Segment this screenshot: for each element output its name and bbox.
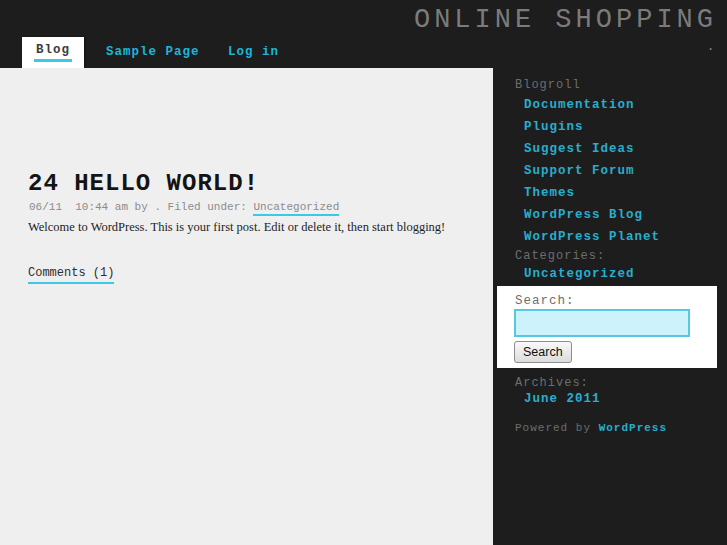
category-link-uncategorized[interactable]: Uncategorized [524,267,635,281]
list-item: WordPress Blog [524,205,660,227]
powered-by-text: Powered by [515,422,599,434]
blogroll-list: Documentation Plugins Suggest Ideas Supp… [524,95,660,249]
list-item: Support Forum [524,161,660,183]
search-label: Search: [515,294,575,308]
wordpress-blog-page: ONLINE SHOPPING . Blog Sample Page Log i… [0,0,727,545]
archive-link-june-2011[interactable]: June 2011 [524,392,601,406]
nav-tab-blog[interactable]: Blog [22,37,84,68]
sidebar: Blogroll Documentation Plugins Suggest I… [493,68,727,545]
blogroll-link-themes[interactable]: Themes [524,186,575,200]
blogroll-heading: Blogroll [515,78,581,92]
nav-link-log-in[interactable]: Log in [228,45,279,59]
powered-by-wordpress-link[interactable]: WordPress [599,422,667,434]
post-title: 24 HELLO WORLD! [28,170,259,197]
post-meta: 06/11 10:44 am by . Filed under: Uncateg… [29,201,339,213]
header-dot: . [707,40,714,54]
list-item: Themes [524,183,660,205]
main-content: 24 HELLO WORLD! 06/11 10:44 am by . File… [0,68,493,545]
blogroll-link-wordpress-planet[interactable]: WordPress Planet [524,230,660,244]
powered-by: Powered by WordPress [515,422,667,434]
list-item: Suggest Ideas [524,139,660,161]
archives-heading: Archives: [515,376,589,390]
search-input[interactable] [514,309,690,337]
comments-link[interactable]: Comments (1) [28,266,114,284]
categories-heading: Categories: [515,249,605,263]
nav-tab-blog-label: Blog [34,43,72,62]
blogroll-link-suggest-ideas[interactable]: Suggest Ideas [524,142,635,156]
blogroll-link-documentation[interactable]: Documentation [524,98,635,112]
list-item: WordPress Planet [524,227,660,249]
nav-link-sample-page[interactable]: Sample Page [106,45,200,59]
post-category-link[interactable]: Uncategorized [253,201,339,216]
list-item: Plugins [524,117,660,139]
blogroll-link-wordpress-blog[interactable]: WordPress Blog [524,208,643,222]
blogroll-link-support-forum[interactable]: Support Forum [524,164,635,178]
search-button[interactable]: Search [514,341,572,363]
list-item: Documentation [524,95,660,117]
search-panel: Search: Search [497,286,717,368]
post-meta-text: 06/11 10:44 am by . Filed under: [29,201,253,213]
blogroll-link-plugins[interactable]: Plugins [524,120,584,134]
site-title: ONLINE SHOPPING [414,5,717,35]
post-body: Welcome to WordPress. This is your first… [28,218,458,237]
